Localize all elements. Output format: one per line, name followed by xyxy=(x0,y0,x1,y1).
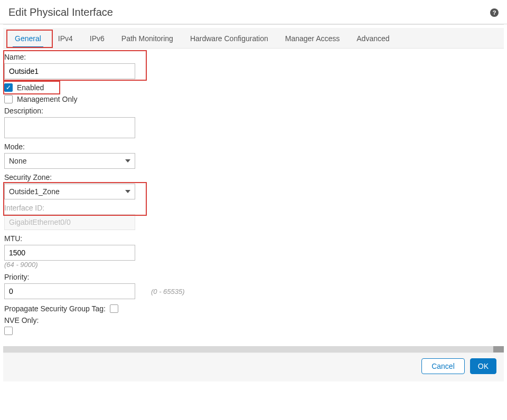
mode-select[interactable]: None xyxy=(4,153,135,169)
tab-manager-access[interactable]: Manager Access xyxy=(277,28,349,48)
mode-value: None xyxy=(9,157,26,165)
name-input[interactable] xyxy=(4,63,135,79)
management-only-label: Management Only xyxy=(17,95,77,103)
tab-bar: General IPv4 IPv6 Path Monitoring Hardwa… xyxy=(3,28,504,49)
mtu-input[interactable] xyxy=(4,245,135,261)
security-zone-label: Security Zone: xyxy=(4,173,503,182)
field-nve-only: NVE Only: xyxy=(4,316,503,337)
field-mtu: MTU: (64 - 9000) xyxy=(4,234,503,269)
interface-id-label: Interface ID: xyxy=(4,204,503,212)
field-enabled: ✓ Enabled xyxy=(4,83,503,92)
description-label: Description: xyxy=(4,107,503,115)
tab-ipv4[interactable]: IPv4 xyxy=(50,28,81,48)
chevron-down-icon xyxy=(125,190,130,193)
horizontal-scrollbar[interactable] xyxy=(3,346,504,352)
field-mode: Mode: None xyxy=(4,142,503,169)
tab-advanced[interactable]: Advanced xyxy=(348,28,398,48)
cancel-button[interactable]: Cancel xyxy=(421,358,465,374)
dialog-title: Edit Physical Interface xyxy=(8,6,113,18)
field-management-only: Management Only xyxy=(4,95,503,103)
field-interface-id: Interface ID: GigabitEthernet0/0 xyxy=(4,204,503,230)
security-zone-value: Outside1_Zone xyxy=(9,187,60,196)
enabled-checkbox[interactable]: ✓ xyxy=(4,83,13,92)
description-input[interactable] xyxy=(4,117,135,138)
name-label: Name: xyxy=(4,53,503,61)
field-name: Name: xyxy=(4,53,503,79)
edit-physical-interface-dialog: Edit Physical Interface ? General IPv4 I… xyxy=(0,0,507,381)
help-icon[interactable]: ? xyxy=(490,8,499,17)
enabled-label: Enabled xyxy=(17,83,44,92)
psgt-label: Propagate Security Group Tag: xyxy=(4,304,106,313)
mode-label: Mode: xyxy=(4,142,503,151)
field-priority: Priority: (0 - 65535) xyxy=(4,273,503,299)
tab-ipv6[interactable]: IPv6 xyxy=(81,28,113,48)
tab-general[interactable]: General xyxy=(6,28,50,48)
ok-button[interactable]: OK xyxy=(470,358,496,374)
field-description: Description: xyxy=(4,107,503,138)
form-content: Name: ✓ Enabled Management Only Descript… xyxy=(0,49,507,343)
tab-hardware-configuration[interactable]: Hardware Configuration xyxy=(182,28,277,48)
priority-label: Priority: xyxy=(4,273,503,281)
security-zone-select[interactable]: Outside1_Zone xyxy=(4,184,135,199)
mtu-hint: (64 - 9000) xyxy=(4,261,503,269)
interface-id-value: GigabitEthernet0/0 xyxy=(4,214,135,230)
management-only-checkbox[interactable] xyxy=(4,95,13,103)
psgt-checkbox[interactable] xyxy=(110,304,118,313)
nve-only-label: NVE Only: xyxy=(4,316,503,324)
field-security-zone: Security Zone: Outside1_Zone xyxy=(4,173,503,199)
chevron-down-icon xyxy=(125,159,130,163)
dialog-footer: Cancel OK xyxy=(3,352,504,381)
dialog-header: Edit Physical Interface ? xyxy=(0,0,507,24)
field-propagate-security-group-tag: Propagate Security Group Tag: xyxy=(4,304,503,313)
nve-only-checkbox[interactable] xyxy=(4,327,13,335)
priority-input[interactable] xyxy=(4,283,135,299)
priority-hint: (0 - 65535) xyxy=(151,288,185,295)
tab-path-monitoring[interactable]: Path Monitoring xyxy=(113,28,182,48)
mtu-label: MTU: xyxy=(4,234,503,243)
